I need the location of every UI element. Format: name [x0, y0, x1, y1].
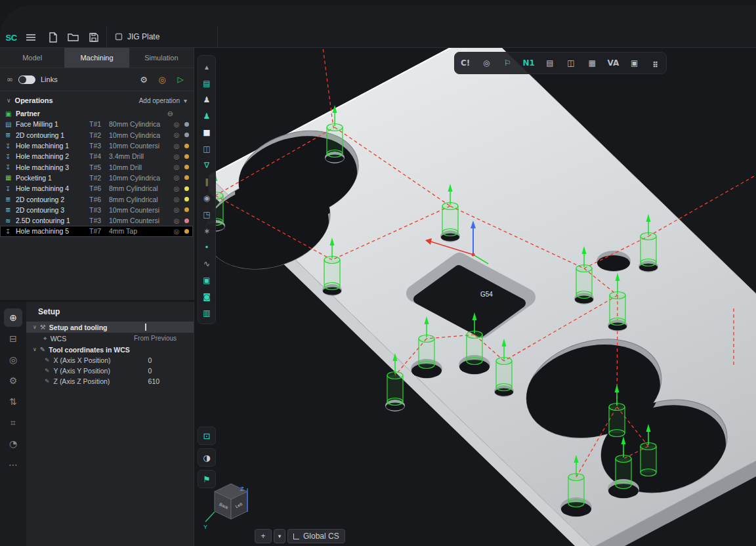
table-icon[interactable]: ▦ [585, 58, 599, 68]
coord-row[interactable]: ✎Z (Axis Z Position)610 [26, 376, 194, 387]
add-operation-button[interactable]: Add operation ▾ [139, 97, 187, 104]
points-icon[interactable]: • [199, 239, 215, 255]
settings-gear-icon[interactable]: ⚙ [137, 75, 150, 85]
operation-row[interactable]: ↧ Hole machining 3 T#5 10mm Drill ◎ [0, 161, 193, 172]
operation-row[interactable]: ≣ 2D contouring 3 T#3 10mm Countersi ◎ [0, 205, 193, 215]
operation-row[interactable]: ↧ Hole machining 5 T#7 4mm Tap ◎ [0, 226, 193, 236]
grid-nav-icon[interactable]: ⌗ [4, 413, 22, 432]
links-row: ∞ Links ⚙ ◎ ▷ [0, 68, 194, 91]
document-icon[interactable]: ▤ [543, 58, 557, 68]
chevron-down-icon[interactable]: ∨ [7, 97, 11, 104]
machine-icon[interactable]: ▤ [199, 75, 215, 91]
nc-code-icon[interactable]: N1 [522, 58, 536, 68]
workpiece-icon[interactable]: ◉ [199, 190, 215, 206]
open-file-button[interactable] [66, 30, 80, 45]
stock-nav-icon[interactable]: ⊟ [4, 329, 22, 348]
operation-target-icon[interactable]: ◎ [171, 217, 182, 224]
collapse-group-icon[interactable]: ⊖ [167, 110, 189, 118]
probe-icon[interactable]: ⚐ [500, 58, 514, 68]
stock-icon[interactable]: ■ [199, 124, 215, 140]
tab-simulation[interactable]: Simulation [129, 48, 194, 68]
surfaces-icon[interactable]: ▣ [199, 272, 215, 288]
fit-view-icon[interactable]: ⊡ [198, 427, 216, 445]
statistics-icon[interactable]: ⣶ [648, 58, 663, 68]
save-button[interactable] [87, 30, 101, 45]
scroll-up-icon[interactable]: ▴ [199, 58, 215, 75]
solids-icon[interactable]: ◙ [199, 288, 215, 304]
global-cs-button[interactable]: Global CS [287, 529, 345, 543]
operator-active-icon[interactable]: ♟ [199, 108, 215, 124]
coord-row[interactable]: ✎Y (Axis Y Position)0 [26, 366, 194, 376]
z-axis-label: Z [240, 486, 244, 492]
fixture-icon[interactable]: ◫ [199, 140, 215, 157]
operations-title: Operations [15, 96, 53, 104]
wcs-icon: ⌖ [43, 335, 47, 343]
recalculate-icon[interactable]: ◎ [156, 75, 169, 85]
cs-dropdown-chevron[interactable]: ▾ [274, 529, 285, 543]
operation-row[interactable]: ↧ Hole machining 4 T#6 8mm Cylindrical ◎ [0, 183, 193, 194]
wrench-icon: ⚒ [40, 324, 46, 331]
pencil-icon: ✎ [45, 368, 50, 374]
rotary-nav-icon[interactable]: ◎ [4, 350, 22, 369]
links-toggle[interactable] [18, 75, 35, 84]
document-tab[interactable]: JIG Plate [106, 26, 218, 47]
operation-target-icon[interactable]: ◎ [171, 153, 182, 160]
coord-value[interactable]: 0 [148, 367, 152, 375]
operation-type-icon: ↧ [5, 228, 16, 235]
coord-value[interactable]: 0 [148, 356, 152, 364]
more-nav-icon[interactable]: ⋯ [4, 455, 22, 474]
menu-button[interactable] [24, 30, 38, 45]
pencil-icon: ✎ [40, 346, 45, 353]
operation-row[interactable]: ↧ Hole machining 2 T#4 3.4mm Drill ◎ [0, 151, 193, 161]
cs-icon[interactable]: ◳ [199, 206, 215, 222]
operation-row[interactable]: ▦ Pocketing 1 T#2 10mm Cylindrica ◎ [0, 173, 193, 183]
mesh-icon[interactable]: ▥ [199, 304, 215, 321]
global-cs-label: Global CS [303, 532, 339, 541]
operation-target-icon[interactable]: ◎ [171, 121, 182, 128]
curves-icon[interactable]: ∿ [199, 255, 215, 272]
origin-icon[interactable]: ∗ [199, 222, 215, 239]
operation-target-icon[interactable]: ◎ [171, 163, 182, 171]
printer-icon[interactable]: ▣ [627, 58, 642, 68]
operation-row[interactable]: ≋ 2.5D contouring 1 T#3 10mm Countersi ◎ [0, 215, 193, 226]
operation-target-icon[interactable]: ◎ [171, 206, 182, 213]
operation-type-icon: ≣ [5, 131, 16, 138]
new-file-button[interactable] [46, 30, 60, 45]
operation-row[interactable]: ≣ 2D contouring 2 T#6 8mm Cylindrical ◎ [0, 194, 193, 204]
add-cs-button[interactable]: + [255, 529, 272, 543]
tab-model[interactable]: Model [0, 48, 64, 68]
wcs-row[interactable]: ⌖ WCS From Previous [26, 333, 194, 344]
magnet-icon[interactable]: ◎ [479, 58, 494, 68]
flag-icon[interactable]: ⚑ [198, 470, 216, 488]
coord-value[interactable]: 610 [148, 377, 160, 385]
operation-target-icon[interactable]: ◎ [171, 196, 182, 203]
holder-icon[interactable]: ∥ [199, 173, 215, 190]
operation-group-row[interactable]: ▣ Partner ⊖ [0, 108, 193, 119]
operation-target-icon[interactable]: ◎ [171, 142, 182, 150]
tool-coords-row[interactable]: ∨ ✎ Tool coordinates in WCS [26, 344, 194, 355]
operation-target-icon[interactable]: ◎ [171, 185, 182, 192]
coord-row[interactable]: ✎X (Axis X Position)0 [26, 355, 194, 366]
run-icon[interactable]: ▷ [174, 75, 187, 84]
setup-nav-icon[interactable]: ⊕ [4, 308, 22, 327]
operation-target-icon[interactable]: ◎ [171, 131, 182, 138]
operation-row[interactable]: ▤ Face Milling 1 T#1 80mm Cylindrica ◎ [0, 119, 193, 129]
operation-name: 2D contouring 2 [16, 196, 89, 203]
operation-target-icon[interactable]: ◎ [171, 228, 182, 235]
operation-row[interactable]: ↧ Hole machining 1 T#3 10mm Countersi ◎ [0, 140, 193, 151]
compare-icon[interactable]: ◫ [564, 58, 578, 68]
shading-icon[interactable]: ◑ [198, 448, 216, 467]
collision-check-icon[interactable]: C! [458, 58, 472, 68]
tool-icon[interactable]: ∇ [199, 157, 215, 173]
transform-nav-icon[interactable]: ⇅ [4, 392, 22, 411]
settings-nav-icon[interactable]: ⚙ [4, 371, 22, 390]
tab-machining[interactable]: Machining [64, 48, 129, 68]
splitter-handle[interactable] [145, 324, 146, 331]
operation-target-icon[interactable]: ◎ [171, 174, 182, 181]
setup-tooling-row[interactable]: ∨ ⚒ Setup and tooling [26, 322, 194, 333]
history-nav-icon[interactable]: ◔ [4, 434, 22, 453]
operator-icon[interactable]: ♟ [199, 91, 215, 108]
app-logo[interactable]: SC [3, 29, 20, 46]
variables-icon[interactable]: VA [606, 58, 620, 68]
operation-row[interactable]: ≣ 2D contouring 1 T#2 10mm Cylindrica ◎ [0, 130, 193, 140]
